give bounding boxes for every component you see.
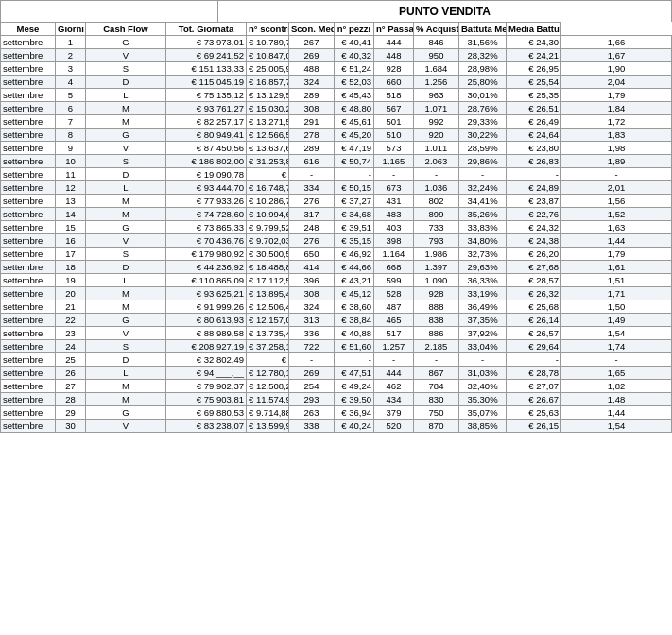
table-cell: G: [86, 36, 166, 49]
table-cell: V: [86, 234, 166, 248]
table-cell: € 40,41: [335, 36, 374, 49]
table-cell: € 12.508,22: [247, 380, 289, 393]
table-cell: -: [289, 168, 335, 181]
table-cell: settembre: [1, 420, 56, 433]
table-cell: 1.011: [414, 142, 459, 155]
table-row: settembre11D€ 19.090,78€-------: [1, 168, 672, 181]
table-cell: M: [86, 300, 166, 314]
table-cell: 22: [56, 314, 86, 327]
table-cell: 1,54: [561, 327, 672, 340]
table-cell: settembre: [1, 287, 56, 300]
table-cell: € 23,80: [507, 142, 561, 155]
main-container: PUNTO VENDITA Mese Giorni Cash Flow Tot.…: [0, 0, 672, 433]
table-cell: 992: [414, 115, 459, 129]
table-cell: 870: [414, 420, 459, 433]
table-cell: € 77.933,26: [166, 195, 247, 208]
table-row: settembre20M€ 93.625,21€ 13.895,44308€ 4…: [1, 287, 672, 300]
table-cell: € 10.994,61: [247, 208, 289, 221]
table-cell: 31,56%: [459, 36, 507, 49]
table-cell: 1,44: [561, 406, 672, 420]
table-cell: 920: [414, 129, 459, 142]
table-cell: € 38,60: [335, 300, 374, 314]
col-header-npezzi: n° pezzi: [335, 23, 374, 36]
table-cell: -: [374, 353, 414, 367]
table-cell: 289: [289, 89, 335, 102]
table-row: settembre12L€ 93.444,70€ 16.748,74334€ 5…: [1, 181, 672, 195]
table-cell: € 45,20: [335, 129, 374, 142]
table-row: settembre15G€ 73.865,33€ 9.799,52248€ 39…: [1, 221, 672, 234]
table-cell: € 74.728,60: [166, 208, 247, 221]
col-header-npassaggi: n° Passaggi: [374, 23, 414, 36]
table-cell: settembre: [1, 367, 56, 380]
table-cell: 501: [374, 115, 414, 129]
table-cell: 15: [56, 221, 86, 234]
table-cell: 950: [414, 49, 459, 62]
table-cell: € 13.637,65: [247, 142, 289, 155]
table-cell: 1,52: [561, 208, 672, 221]
table-cell: 35,26%: [459, 208, 507, 221]
table-cell: € 26,67: [507, 393, 561, 406]
table-row: settembre5L€ 75.135,12€ 13.129,51289€ 45…: [1, 89, 672, 102]
table-cell: settembre: [1, 76, 56, 89]
table-cell: € 35,15: [335, 234, 374, 248]
table-cell: settembre: [1, 353, 56, 367]
table-cell: L: [86, 181, 166, 195]
table-cell: € 49,24: [335, 380, 374, 393]
table-cell: 1.684: [414, 62, 459, 76]
table-cell: € 13.271,57: [247, 115, 289, 129]
table-cell: € 80.949,41: [166, 129, 247, 142]
table-cell: 313: [289, 314, 335, 327]
table-cell: 1,79: [561, 89, 672, 102]
table-cell: 1,67: [561, 49, 672, 62]
table-cell: 32,24%: [459, 181, 507, 195]
table-cell: 26: [56, 367, 86, 380]
table-row: settembre28M€ 75.903,81€ 11.574,94293€ 3…: [1, 393, 672, 406]
punto-vendita-header: PUNTO VENDITA: [217, 0, 672, 22]
table-cell: 722: [289, 340, 335, 353]
col-header-mediabattx: Media Battute x Scontr: [507, 23, 561, 36]
table-cell: 616: [289, 155, 335, 168]
table-cell: € 110.865,09: [166, 274, 247, 287]
table-cell: € 24,64: [507, 129, 561, 142]
table-cell: 289: [289, 142, 335, 155]
table-cell: 1.397: [414, 261, 459, 274]
table-cell: settembre: [1, 62, 56, 76]
table-cell: € 69.880,53: [166, 406, 247, 420]
table-cell: € 44,66: [335, 261, 374, 274]
table-cell: € 9.702,03: [247, 234, 289, 248]
table-cell: € 80.613,93: [166, 314, 247, 327]
table-cell: M: [86, 115, 166, 129]
table-cell: 573: [374, 142, 414, 155]
table-cell: € 37,27: [335, 195, 374, 208]
table-cell: 1.036: [414, 181, 459, 195]
table-cell: 28,59%: [459, 142, 507, 155]
table-cell: 928: [374, 62, 414, 76]
table-row: settembre18D€ 44.236,92€ 18.488,83414€ 4…: [1, 261, 672, 274]
table-cell: € 10.286,71: [247, 195, 289, 208]
table-cell: € 32.802,49: [166, 353, 247, 367]
table-row: settembre17S€ 179.980,92€ 30.500,51650€ …: [1, 248, 672, 261]
table-cell: 7: [56, 115, 86, 129]
table-cell: € 24,21: [507, 49, 561, 62]
table-cell: € 40,24: [335, 420, 374, 433]
table-cell: 1,44: [561, 234, 672, 248]
table-cell: 1,79: [561, 248, 672, 261]
table-cell: € 44.236,92: [166, 261, 247, 274]
table-cell: settembre: [1, 168, 56, 181]
table-cell: 269: [289, 49, 335, 62]
col-header-mese: Mese: [1, 23, 56, 36]
table-cell: € 27,07: [507, 380, 561, 393]
table-cell: 1.256: [414, 76, 459, 89]
table-row: settembre10S€ 186.802,00€ 31.253,83616€ …: [1, 155, 672, 168]
table-cell: 21: [56, 300, 86, 314]
table-cell: 324: [289, 76, 335, 89]
table-cell: 1,90: [561, 62, 672, 76]
table-cell: M: [86, 393, 166, 406]
table-cell: V: [86, 49, 166, 62]
table-cell: settembre: [1, 248, 56, 261]
table-cell: 30,01%: [459, 89, 507, 102]
table-cell: € 25,68: [507, 300, 561, 314]
table-cell: 1.164: [374, 248, 414, 261]
table-cell: € 12.157,01: [247, 314, 289, 327]
table-cell: 308: [289, 102, 335, 115]
